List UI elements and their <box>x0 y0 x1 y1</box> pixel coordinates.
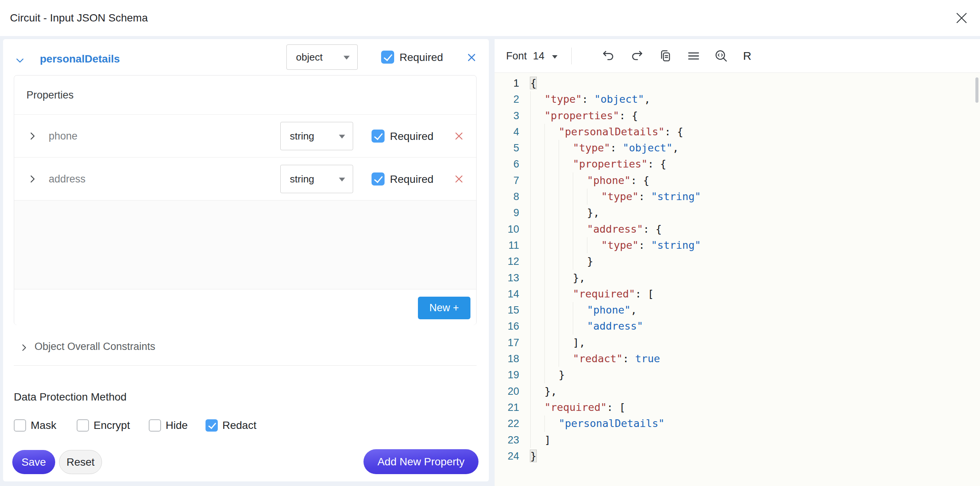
property-required-checkbox[interactable] <box>372 130 385 143</box>
code-line: 3"properties": { <box>495 108 980 124</box>
font-size-select[interactable]: 14 <box>533 39 544 73</box>
object-overall-constraints-toggle[interactable]: Object Overall Constraints <box>14 337 213 359</box>
root-type-value: object <box>296 51 322 63</box>
line-number: 15 <box>495 302 519 318</box>
indent-guide <box>530 415 544 432</box>
new-property-button[interactable]: New + <box>418 297 470 319</box>
editor-scrollbar[interactable] <box>975 77 978 103</box>
indent-guide <box>530 399 544 415</box>
property-required-label: Required <box>390 173 434 186</box>
indent-guide <box>559 140 573 156</box>
indent-guide <box>530 286 544 302</box>
indent-guide <box>544 270 559 286</box>
code-line-text: } <box>530 448 536 464</box>
root-required-checkbox[interactable] <box>381 51 394 64</box>
indent-guide <box>573 237 587 253</box>
code-line: 5"type": "object", <box>495 140 980 156</box>
property-required-label: Required <box>390 130 434 143</box>
property-row-address: address string Required <box>14 158 476 200</box>
line-number: 7 <box>495 172 519 189</box>
copy-icon[interactable] <box>658 49 673 63</box>
property-type-select[interactable]: string <box>280 122 353 150</box>
divider <box>14 365 477 366</box>
add-new-property-button[interactable]: Add New Property <box>363 449 478 474</box>
property-name[interactable]: phone <box>49 115 77 158</box>
constraints-label: Object Overall Constraints <box>35 341 155 353</box>
encrypt-checkbox[interactable] <box>77 419 89 432</box>
chevron-down-icon <box>339 135 345 139</box>
chevron-right-icon[interactable] <box>28 174 37 184</box>
property-name[interactable]: address <box>49 158 86 200</box>
dialog-title: Circuit - Input JSON Schema <box>10 0 148 36</box>
line-number: 8 <box>495 189 519 205</box>
chevron-down-icon[interactable] <box>552 55 557 59</box>
code-line: 13}, <box>495 270 980 286</box>
root-type-select[interactable]: object <box>286 44 358 70</box>
code-line-text: "redact": true <box>530 351 660 367</box>
code-line: 23] <box>495 432 980 448</box>
root-remove-icon[interactable] <box>466 52 477 63</box>
line-number: 18 <box>495 351 519 367</box>
indent-guide <box>559 205 573 221</box>
indent-guide <box>559 189 573 205</box>
code-line: 19} <box>495 367 980 383</box>
format-lines-icon[interactable] <box>686 49 701 63</box>
close-icon[interactable] <box>954 10 969 26</box>
indent-guide <box>530 383 544 399</box>
indent-guide <box>559 335 573 351</box>
code-editor[interactable]: 1{2"type": "object",3"properties": {4"pe… <box>495 73 980 486</box>
mask-checkbox[interactable] <box>14 419 26 432</box>
reset-button[interactable]: Reset <box>59 450 102 474</box>
search-code-icon[interactable] <box>714 49 728 63</box>
property-row-phone: phone string Required <box>14 115 476 158</box>
code-line-text: "properties": { <box>530 156 666 172</box>
indent-guide <box>559 221 573 237</box>
chevron-right-icon[interactable] <box>28 131 37 141</box>
line-number: 16 <box>495 318 519 334</box>
line-number: 21 <box>495 399 519 415</box>
indent-guide <box>573 302 587 318</box>
code-line: 1{ <box>495 75 980 91</box>
code-line: 18"redact": true <box>495 351 980 367</box>
chevron-down-icon <box>339 178 345 182</box>
dialog-titlebar: Circuit - Input JSON Schema <box>0 0 980 36</box>
chevron-down-icon <box>344 56 350 60</box>
indent-guide <box>559 237 573 253</box>
line-number: 11 <box>495 237 519 253</box>
code-line: 2"type": "object", <box>495 91 980 107</box>
indent-guide <box>530 205 544 221</box>
indent-guide <box>530 91 544 107</box>
code-line: 12} <box>495 253 980 269</box>
run-button[interactable]: R <box>743 39 751 73</box>
line-number: 9 <box>495 205 519 221</box>
redo-icon[interactable] <box>630 49 644 63</box>
indent-guide <box>587 237 601 253</box>
editor-toolbar: Font 14 <box>495 39 980 73</box>
indent-guide <box>544 302 559 318</box>
root-required-label: Required <box>400 51 443 64</box>
delete-property-icon[interactable] <box>454 131 464 141</box>
indent-guide <box>544 156 559 172</box>
save-button[interactable]: Save <box>12 450 55 474</box>
code-line-text: "type": "string" <box>530 189 701 205</box>
undo-icon[interactable] <box>601 49 616 63</box>
property-required-checkbox[interactable] <box>372 172 385 186</box>
hide-checkbox[interactable] <box>149 419 161 432</box>
root-property-name[interactable]: personalDetails <box>40 53 120 65</box>
font-label: Font <box>506 39 527 73</box>
line-number: 23 <box>495 432 519 448</box>
code-line-text: } <box>530 367 565 383</box>
redact-checkbox[interactable] <box>206 419 218 432</box>
code-line-text: "personalDetails": { <box>530 124 683 140</box>
indent-guide <box>559 351 573 367</box>
code-line: 24} <box>495 448 980 464</box>
line-number: 13 <box>495 270 519 286</box>
code-line-text: "type": "object", <box>530 91 650 107</box>
indent-guide <box>559 302 573 318</box>
delete-property-icon[interactable] <box>454 174 464 184</box>
code-line: 16"address" <box>495 318 980 334</box>
indent-guide <box>544 221 559 237</box>
code-line: 20}, <box>495 383 980 399</box>
chevron-down-icon[interactable] <box>15 55 25 66</box>
property-type-select[interactable]: string <box>280 165 353 193</box>
